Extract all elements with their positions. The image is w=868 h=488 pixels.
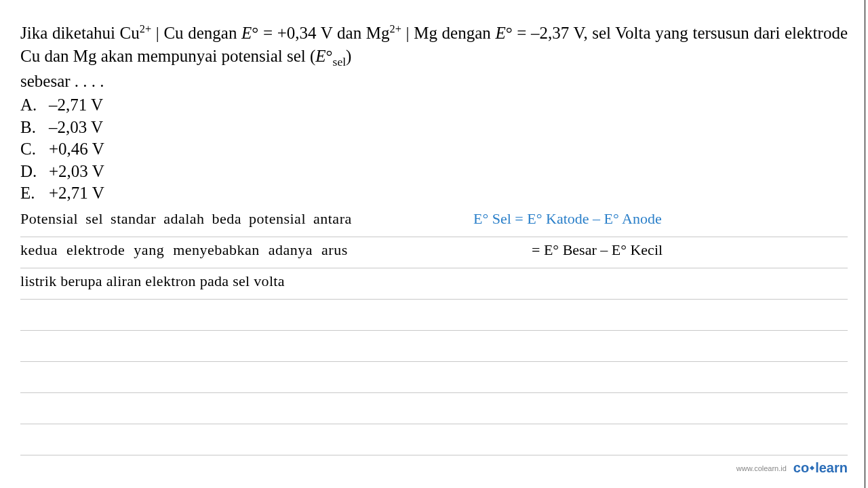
option-a: A. –2,71 V <box>20 94 848 117</box>
question-text: Jika diketahui Cu2+ | Cu dengan E° = +0,… <box>20 22 848 93</box>
ruled-line <box>20 331 848 362</box>
brand-dot-icon <box>810 466 814 470</box>
ruled-line <box>20 393 848 424</box>
option-text: –2,71 V <box>49 94 103 117</box>
q-part: = +0,34 V dan Mg <box>258 24 389 42</box>
option-text: +0,46 V <box>49 138 104 161</box>
q-E: E <box>241 24 252 42</box>
option-c: C. +0,46 V <box>20 138 848 161</box>
ruled-line <box>20 237 848 268</box>
option-d: D. +2,03 V <box>20 161 848 183</box>
q-part: = –2,37 V, sel <box>513 24 611 42</box>
ruled-line <box>20 362 848 393</box>
q-sup: 2+ <box>140 23 151 35</box>
q-part: | Cu dengan <box>151 24 241 42</box>
option-e: E. +2,71 V <box>20 182 848 205</box>
q-deg: ° <box>252 24 258 42</box>
options-list: A. –2,71 V B. –2,03 V C. +0,46 V D. +2,0… <box>20 94 848 205</box>
q-E: E <box>315 47 326 65</box>
q-sub: sel <box>333 55 346 68</box>
q-E: E <box>495 24 505 42</box>
ruled-line <box>20 300 848 331</box>
notes-area: Potensial sel standar adalah beda potens… <box>20 206 848 455</box>
option-letter: D. <box>20 161 49 183</box>
ruled-line <box>20 206 848 237</box>
right-border <box>865 0 865 488</box>
option-text: +2,71 V <box>49 182 104 205</box>
q-deg: ° <box>326 47 333 65</box>
q-part: Jika diketahui Cu <box>20 24 140 42</box>
ruled-line <box>20 268 848 300</box>
q-deg: ° <box>506 24 513 42</box>
footer-brand: colearn <box>793 460 848 476</box>
footer-url: www.colearn.id <box>736 464 787 472</box>
footer: www.colearn.id colearn <box>736 460 848 476</box>
q-part: ) <box>346 47 351 65</box>
option-letter: A. <box>20 94 49 117</box>
option-letter: C. <box>20 138 49 161</box>
content-area: Jika diketahui Cu2+ | Cu dengan E° = +0,… <box>0 0 868 455</box>
q-sup: 2+ <box>390 23 401 35</box>
ruled-line <box>20 424 848 455</box>
q-line3: sebesar . . . . <box>20 72 104 90</box>
option-text: –2,03 V <box>49 117 103 139</box>
q-part: | Mg dengan <box>401 24 496 42</box>
option-b: B. –2,03 V <box>20 117 848 139</box>
option-letter: E. <box>20 182 49 205</box>
brand-learn: learn <box>815 460 848 475</box>
option-text: +2,03 V <box>49 161 104 183</box>
brand-co: co <box>793 460 809 475</box>
option-letter: B. <box>20 117 49 139</box>
